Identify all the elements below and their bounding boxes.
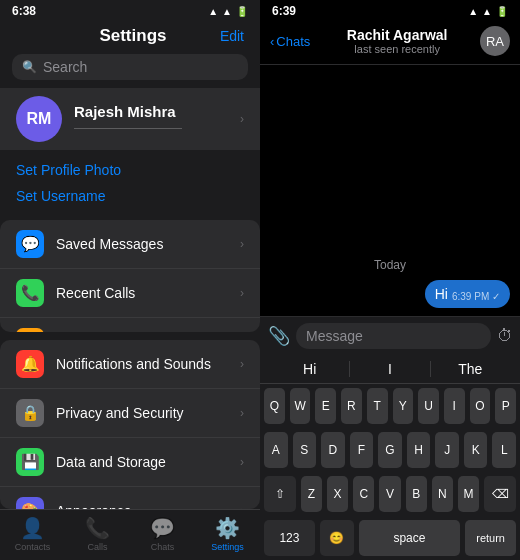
chats-tab-icon: 💬 — [150, 516, 175, 540]
contact-name: Rachit Agarwal — [347, 27, 448, 43]
message-input[interactable] — [296, 323, 491, 349]
right-panel: 6:39 ▲ ▲ 🔋 ‹ Chats Rachit Agarwal last s… — [260, 0, 520, 560]
message-bubble: Hi 6:39 PM ✓ — [425, 280, 510, 308]
keyboard-container: Hi I The Q W E R T Y U I O P A S D F G H… — [260, 355, 520, 560]
key-w[interactable]: W — [290, 388, 311, 424]
back-button[interactable]: ‹ Chats — [270, 34, 310, 49]
key-b[interactable]: B — [406, 476, 427, 512]
set-username-link[interactable]: Set Username — [0, 188, 260, 214]
set-photo-link[interactable]: Set Profile Photo — [0, 152, 260, 188]
contact-avatar[interactable]: RA — [480, 26, 510, 56]
key-m[interactable]: M — [458, 476, 479, 512]
chevron-icon: › — [240, 286, 244, 300]
menu-item-devices[interactable]: 📱 Devices Scan QR › — [0, 318, 260, 332]
contacts-tab-label: Contacts — [15, 542, 51, 552]
privacy-icon: 🔒 — [16, 399, 44, 427]
settings-tab-label: Settings — [211, 542, 244, 552]
menu-item-appearance[interactable]: 🎨 Appearance › — [0, 487, 260, 509]
chats-tab-label: Chats — [151, 542, 175, 552]
profile-name: Rajesh Mishra — [74, 103, 240, 120]
key-x[interactable]: X — [327, 476, 348, 512]
key-return[interactable]: return — [465, 520, 516, 556]
key-k[interactable]: K — [464, 432, 488, 468]
settings-tab-icon: ⚙️ — [215, 516, 240, 540]
key-y[interactable]: Y — [393, 388, 414, 424]
search-placeholder: Search — [43, 59, 87, 75]
menu-item-notifications[interactable]: 🔔 Notifications and Sounds › — [0, 340, 260, 389]
avatar: RM — [16, 96, 62, 142]
predictive-word-2[interactable]: I — [349, 361, 430, 377]
menu-item-recent-calls[interactable]: 📞 Recent Calls › — [0, 269, 260, 318]
key-j[interactable]: J — [435, 432, 459, 468]
key-numbers[interactable]: 123 — [264, 520, 315, 556]
key-space[interactable]: space — [359, 520, 461, 556]
chat-contact-info: Rachit Agarwal last seen recently — [314, 27, 480, 55]
chat-header: ‹ Chats Rachit Agarwal last seen recentl… — [260, 22, 520, 65]
predictive-word-1[interactable]: Hi — [270, 361, 349, 377]
tab-settings[interactable]: ⚙️ Settings — [195, 516, 260, 552]
signal-icon: ▲ — [208, 6, 218, 17]
key-o[interactable]: O — [470, 388, 491, 424]
key-t[interactable]: T — [367, 388, 388, 424]
contacts-tab-icon: 👤 — [20, 516, 45, 540]
back-chevron-icon: ‹ — [270, 34, 274, 49]
key-h[interactable]: H — [407, 432, 431, 468]
chat-messages: Today Hi 6:39 PM ✓ — [260, 65, 520, 316]
key-c[interactable]: C — [353, 476, 374, 512]
saved-messages-icon: 💬 — [16, 230, 44, 258]
keyboard-bottom-row: 123 😊 space return — [260, 516, 520, 560]
left-time: 6:38 — [12, 4, 36, 18]
key-a[interactable]: A — [264, 432, 288, 468]
attach-button[interactable]: 📎 — [268, 325, 290, 347]
edit-button[interactable]: Edit — [220, 28, 244, 44]
key-l[interactable]: L — [492, 432, 516, 468]
predictive-word-3[interactable]: The — [431, 361, 510, 377]
key-u[interactable]: U — [418, 388, 439, 424]
key-n[interactable]: N — [432, 476, 453, 512]
key-d[interactable]: D — [321, 432, 345, 468]
left-panel: 6:38 ▲ ▲ 🔋 Settings Edit 🔍 Search RM Raj… — [0, 0, 260, 560]
search-bar[interactable]: 🔍 Search — [12, 54, 248, 80]
tab-calls[interactable]: 📞 Calls — [65, 516, 130, 552]
key-f[interactable]: F — [350, 432, 374, 468]
wifi-icon-right: ▲ — [482, 6, 492, 17]
key-emoji[interactable]: 😊 — [320, 520, 354, 556]
tab-chats[interactable]: 💬 Chats — [130, 516, 195, 552]
bottom-tabs: 👤 Contacts 📞 Calls 💬 Chats ⚙️ Settings — [0, 509, 260, 560]
signal-icon-right: ▲ — [468, 6, 478, 17]
chevron-icon: › — [240, 357, 244, 371]
chevron-icon: › — [240, 455, 244, 469]
key-r[interactable]: R — [341, 388, 362, 424]
battery-icon-right: 🔋 — [496, 6, 508, 17]
keyboard-row-2: A S D F G H J K L — [260, 428, 520, 472]
tab-contacts[interactable]: 👤 Contacts — [0, 516, 65, 552]
key-g[interactable]: G — [378, 432, 402, 468]
data-label: Data and Storage — [56, 454, 240, 470]
settings-header: Settings Edit — [0, 22, 260, 54]
devices-icon: 📱 — [16, 328, 44, 332]
menu-item-privacy[interactable]: 🔒 Privacy and Security › — [0, 389, 260, 438]
key-backspace[interactable]: ⌫ — [484, 476, 516, 512]
timer-icon[interactable]: ⏱ — [497, 327, 513, 345]
key-p[interactable]: P — [495, 388, 516, 424]
saved-messages-label: Saved Messages — [56, 236, 240, 252]
key-shift[interactable]: ⇧ — [264, 476, 296, 512]
message-time: 6:39 PM ✓ — [452, 291, 500, 302]
chevron-icon: › — [240, 112, 244, 126]
key-q[interactable]: Q — [264, 388, 285, 424]
right-status-icons: ▲ ▲ 🔋 — [468, 6, 508, 17]
search-icon: 🔍 — [22, 60, 37, 74]
menu-item-saved-messages[interactable]: 💬 Saved Messages › — [0, 220, 260, 269]
key-s[interactable]: S — [293, 432, 317, 468]
message-text: Hi — [435, 286, 448, 302]
contact-status: last seen recently — [354, 43, 440, 55]
profile-section[interactable]: RM Rajesh Mishra ————————— › — [0, 88, 260, 150]
settings-title: Settings — [46, 26, 220, 46]
key-i[interactable]: I — [444, 388, 465, 424]
key-e[interactable]: E — [315, 388, 336, 424]
key-z[interactable]: Z — [301, 476, 322, 512]
key-v[interactable]: V — [379, 476, 400, 512]
right-time: 6:39 — [272, 4, 296, 18]
menu-item-data[interactable]: 💾 Data and Storage › — [0, 438, 260, 487]
appearance-icon: 🎨 — [16, 497, 44, 509]
